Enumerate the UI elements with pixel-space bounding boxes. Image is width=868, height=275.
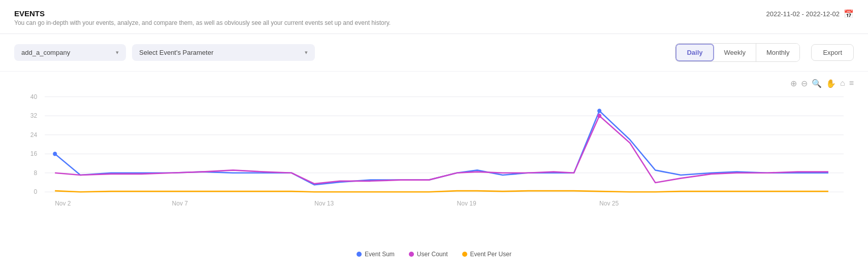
user-count-dot [409,252,414,257]
export-button[interactable]: Export [811,44,854,61]
svg-text:Nov 19: Nov 19 [457,200,476,207]
svg-text:0: 0 [34,188,37,195]
pan-icon[interactable]: ✋ [826,79,836,88]
param-select-placeholder: Select Event's Parameter [139,49,213,56]
legend-user-count: User Count [409,251,448,258]
weekly-button[interactable]: Weekly [714,44,756,61]
svg-point-19 [597,114,601,118]
home-icon[interactable]: ⌂ [840,79,845,88]
svg-text:Nov 7: Nov 7 [172,200,188,207]
svg-text:8: 8 [34,169,37,177]
legend-event-per-user: Event Per User [462,251,511,258]
event-sum-dot [357,252,362,257]
event-select-value: add_a_company [21,49,70,56]
chevron-down-icon: ▾ [116,49,119,56]
legend-event-sum-label: Event Sum [365,251,395,258]
svg-text:Nov 13: Nov 13 [314,200,334,207]
search-icon[interactable]: 🔍 [812,79,822,88]
svg-text:24: 24 [30,131,37,139]
calendar-icon: 📅 [844,9,854,19]
svg-text:16: 16 [30,150,37,157]
date-range: 2022-11-02 - 2022-12-02 [766,10,840,18]
menu-icon[interactable]: ≡ [849,79,854,88]
event-per-user-dot [462,252,467,257]
chart-controls: ⊕ ⊖ 🔍 ✋ ⌂ ≡ [14,77,854,91]
zoom-in-icon[interactable]: ⊕ [790,79,797,88]
chart-area: 40 32 24 16 8 0 Nov 2 Nov 7 Nov 13 Nov 1… [14,91,854,244]
svg-text:Nov 25: Nov 25 [599,200,619,207]
svg-text:Nov 2: Nov 2 [55,200,71,207]
param-select[interactable]: Select Event's Parameter ▾ [132,44,315,61]
page-subtitle: You can go in-depth with your events, an… [14,19,391,26]
chart-legend: Event Sum User Count Event Per User [14,244,854,261]
svg-point-18 [597,109,601,113]
time-range-buttons: Daily Weekly Monthly [675,43,800,62]
legend-event-sum: Event Sum [357,251,395,258]
monthly-button[interactable]: Monthly [756,44,800,61]
event-select[interactable]: add_a_company ▾ [14,44,126,61]
svg-point-17 [53,152,57,156]
chevron-down-icon: ▾ [305,49,308,56]
legend-user-count-label: User Count [417,251,448,258]
daily-button[interactable]: Daily [676,44,714,61]
zoom-out-icon[interactable]: ⊖ [801,79,808,88]
svg-text:40: 40 [30,93,37,100]
page-title: EVENTS [14,9,391,18]
svg-text:32: 32 [30,112,37,119]
legend-event-per-user-label: Event Per User [470,251,511,258]
